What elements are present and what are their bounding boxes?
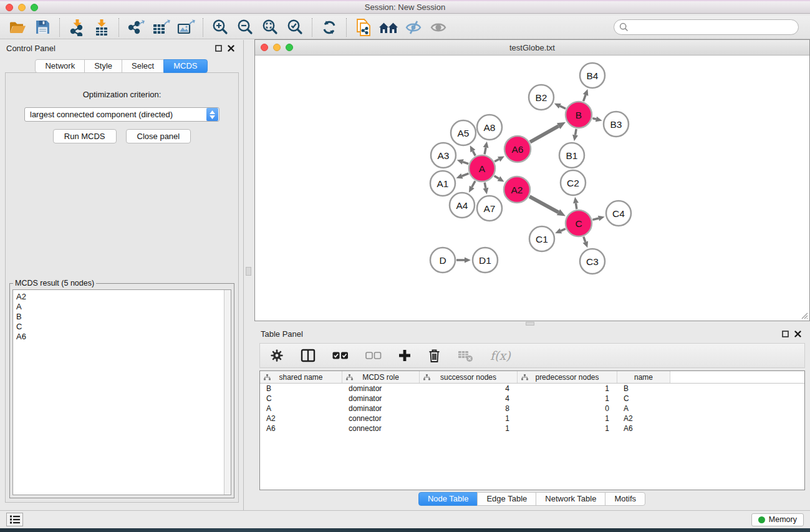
run-mcds-button[interactable]: Run MCDS [53,129,117,143]
table-cell[interactable]: connector [342,423,420,433]
table-cell[interactable]: C [617,394,670,404]
import-network-button[interactable] [64,17,89,37]
table-cell[interactable]: dominator [342,384,420,394]
graph-edge[interactable] [592,218,599,220]
list-item[interactable]: A6 [16,332,221,342]
export-table-button[interactable] [148,17,173,37]
table-cell[interactable]: 1 [518,394,617,404]
graph-edge[interactable] [485,147,486,154]
refresh-button[interactable] [317,17,342,37]
table-close-button[interactable] [791,328,804,339]
graph-edge[interactable] [561,229,565,231]
zoom-selected-button[interactable] [282,17,307,37]
table-cell[interactable]: 1 [518,384,617,394]
table-cell[interactable]: A2 [260,414,342,423]
float-panel-button[interactable] [212,42,224,54]
close-panel-button[interactable] [224,42,237,54]
column-header-shared-name[interactable]: shared name [260,371,342,383]
table-cell[interactable]: A6 [260,423,342,433]
zoom-in-button[interactable] [208,17,233,37]
graph-edge[interactable] [473,151,475,155]
open-session-button[interactable] [5,17,30,37]
new-session-button[interactable] [351,17,376,37]
create-column-button[interactable] [398,349,411,362]
criterion-select[interactable]: largest connected component (directed) [24,107,219,122]
graph-edge[interactable] [529,196,558,212]
tab-mcds[interactable]: MCDS [163,59,207,73]
list-scrollbar[interactable] [224,290,231,495]
table-cell[interactable]: A2 [617,414,670,423]
table-cell[interactable]: 0 [518,404,617,414]
tab-network-table[interactable]: Network Table [536,492,605,506]
tab-network[interactable]: Network [35,59,85,73]
export-image-button[interactable] [173,17,198,37]
function-builder-button[interactable]: f(x) [490,349,511,362]
column-header-MCDS-role[interactable]: MCDS role [342,371,420,383]
table-cell[interactable]: 1 [518,414,617,423]
graph-edge[interactable] [584,95,586,101]
search-input[interactable] [629,22,798,32]
list-item[interactable]: C [16,322,221,332]
table-cell[interactable]: C [260,394,342,404]
graph-edge[interactable] [560,106,566,109]
zoom-fit-button[interactable] [258,17,282,37]
graph-edge[interactable] [463,162,468,164]
table-cell[interactable]: A6 [617,423,670,433]
save-session-button[interactable] [30,17,55,37]
table-cell[interactable]: B [617,384,670,394]
close-panel-button-2[interactable]: Close panel [126,129,191,143]
table-float-button[interactable] [779,328,791,339]
table-row[interactable]: Adominator80A [260,404,804,414]
vertical-splitter-handle[interactable] [246,267,251,276]
table-settings-button[interactable] [270,349,284,362]
table-cell[interactable]: connector [342,414,420,423]
list-item[interactable]: B [16,312,221,322]
import-table-button[interactable] [89,17,114,37]
table-cell[interactable]: 1 [420,423,518,433]
delete-table-button[interactable] [458,349,473,362]
graph-edge[interactable] [494,159,499,162]
table-cell[interactable]: A [260,404,342,414]
table-split-view-button[interactable] [301,349,316,362]
table-cell[interactable]: 4 [420,394,518,404]
graph-edge[interactable] [576,129,577,135]
graph-edge[interactable] [485,183,486,188]
graph-edge[interactable] [576,203,577,210]
table-row[interactable]: Cdominator41C [260,394,804,404]
table-cell[interactable]: 1 [518,423,617,433]
birdseye-button[interactable] [426,17,451,37]
graph-edge[interactable] [472,181,475,187]
graph-edge[interactable] [494,176,499,178]
tab-edge-table[interactable]: Edge Table [477,492,536,506]
home-button[interactable] [376,17,401,37]
table-cell[interactable]: 8 [420,404,518,414]
memory-button[interactable]: Memory [751,513,804,526]
list-item[interactable]: A2 [16,292,221,302]
tab-node-table[interactable]: Node Table [418,492,478,506]
network-graph[interactable]: B4B2BB3A8A5A6A3B1AA1C2A2A4A7C4CC1C3DD1 [255,56,809,321]
tab-style[interactable]: Style [84,59,122,73]
table-cell[interactable]: B [260,384,342,394]
table-cell[interactable]: dominator [342,404,420,414]
tab-motifs[interactable]: Motifs [605,492,645,506]
mcds-result-list[interactable]: A2ABCA6 [12,289,231,495]
task-history-button[interactable] [6,513,23,526]
graph-edge[interactable] [530,126,559,142]
column-header-predecessor-nodes[interactable]: predecessor nodes [518,371,617,383]
deselect-all-button[interactable] [365,352,382,360]
graph-edge[interactable] [592,118,596,119]
network-canvas[interactable]: B4B2BB3A8A5A6A3B1AA1C2A2A4A7C4CC1C3DD1 [255,56,809,321]
table-cell[interactable]: dominator [342,394,420,404]
column-header-successor-nodes[interactable]: successor nodes [420,371,518,383]
resize-grip-icon[interactable] [799,311,808,319]
table-row[interactable]: A6connector11A6 [260,423,804,433]
table-row[interactable]: Bdominator41B [260,384,804,394]
tab-select[interactable]: Select [122,59,164,73]
list-item[interactable]: A [16,302,221,312]
table-cell[interactable]: 4 [420,384,518,394]
node-table[interactable]: shared nameMCDS rolesuccessor nodesprede… [259,370,805,490]
export-network-button[interactable] [123,17,148,37]
graph-edge[interactable] [584,237,586,242]
table-cell[interactable]: 1 [420,414,518,423]
column-header-name[interactable]: name [617,371,670,383]
